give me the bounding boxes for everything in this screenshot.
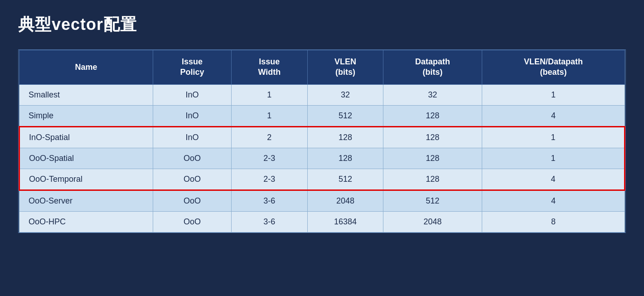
cell-datapath_bits: 2048	[383, 211, 482, 232]
cell-issue_policy: OoO	[153, 211, 231, 232]
cell-vlen_bits: 512	[307, 169, 383, 190]
cell-issue_policy: OoO	[153, 148, 231, 169]
cell-name: OoO-Server	[19, 190, 153, 211]
cell-vlen_bits: 16384	[307, 211, 383, 232]
cell-name: InO-Spatial	[19, 126, 153, 148]
col-header-vlen-datapath-beats: VLEN/Datapath(beats)	[482, 50, 625, 85]
cell-issue_policy: InO	[153, 84, 231, 105]
cell-name: OoO-HPC	[19, 211, 153, 232]
cell-issue_policy: OoO	[153, 190, 231, 211]
cell-datapath_bits: 128	[383, 105, 482, 126]
cell-name: Simple	[19, 105, 153, 126]
table-row: OoO-SpatialOoO2-31281281	[19, 148, 625, 169]
cell-issue_width: 1	[232, 105, 307, 126]
col-header-issue-width: IssueWidth	[232, 50, 307, 85]
cell-vlen_datapath_beats: 4	[482, 190, 625, 211]
cell-issue_width: 1	[232, 84, 307, 105]
cell-vlen_datapath_beats: 4	[482, 169, 625, 190]
table-row: OoO-TemporalOoO2-35121284	[19, 169, 625, 190]
cell-vlen_bits: 128	[307, 148, 383, 169]
cell-issue_policy: OoO	[153, 169, 231, 190]
table-row: SmallestInO132321	[19, 84, 625, 105]
cell-vlen_datapath_beats: 1	[482, 148, 625, 169]
cell-name: OoO-Spatial	[19, 148, 153, 169]
col-header-name: Name	[19, 50, 153, 85]
cell-name: OoO-Temporal	[19, 169, 153, 190]
cell-datapath_bits: 32	[383, 84, 482, 105]
cell-datapath_bits: 128	[383, 126, 482, 148]
cell-vlen_datapath_beats: 1	[482, 126, 625, 148]
page-title: 典型vector配置	[18, 14, 626, 36]
col-header-vlen-bits: VLEN(bits)	[307, 50, 383, 85]
vector-config-table: Name IssuePolicy IssueWidth VLEN(bits) D…	[18, 49, 626, 233]
cell-vlen_datapath_beats: 4	[482, 105, 625, 126]
cell-vlen_bits: 32	[307, 84, 383, 105]
cell-vlen_bits: 128	[307, 126, 383, 148]
cell-issue_width: 2-3	[232, 169, 307, 190]
cell-name: Smallest	[19, 84, 153, 105]
cell-vlen_datapath_beats: 1	[482, 84, 625, 105]
table-row: SimpleInO15121284	[19, 105, 625, 126]
cell-datapath_bits: 128	[383, 148, 482, 169]
cell-issue_width: 3-6	[232, 211, 307, 232]
table-row: OoO-ServerOoO3-620485124	[19, 190, 625, 211]
cell-vlen_bits: 512	[307, 105, 383, 126]
table-row: InO-SpatialInO21281281	[19, 126, 625, 148]
cell-issue_width: 2-3	[232, 148, 307, 169]
cell-issue_policy: InO	[153, 126, 231, 148]
cell-issue_policy: InO	[153, 105, 231, 126]
cell-vlen_datapath_beats: 8	[482, 211, 625, 232]
col-header-issue-policy: IssuePolicy	[153, 50, 231, 85]
cell-issue_width: 3-6	[232, 190, 307, 211]
col-header-datapath-bits: Datapath(bits)	[383, 50, 482, 85]
cell-vlen_bits: 2048	[307, 190, 383, 211]
cell-issue_width: 2	[232, 126, 307, 148]
table-header-row: Name IssuePolicy IssueWidth VLEN(bits) D…	[19, 50, 625, 85]
cell-datapath_bits: 128	[383, 169, 482, 190]
cell-datapath_bits: 512	[383, 190, 482, 211]
table-row: OoO-HPCOoO3-61638420488	[19, 211, 625, 232]
